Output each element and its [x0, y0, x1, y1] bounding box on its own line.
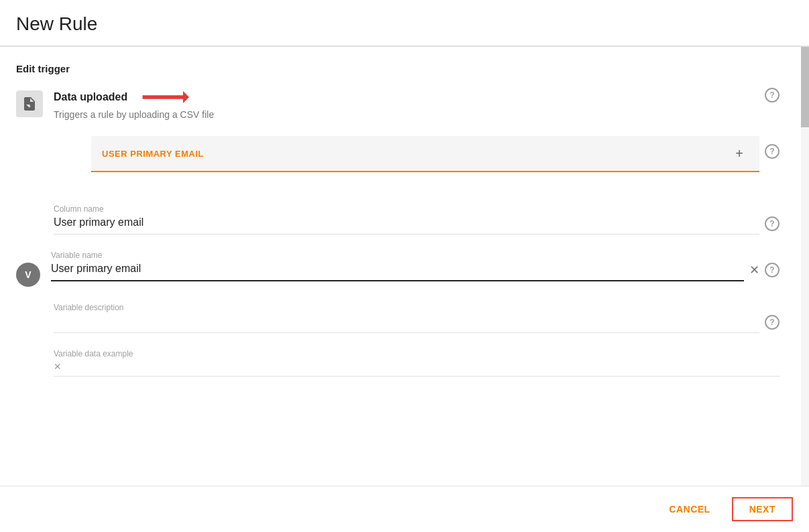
trigger-description: Triggers a rule by uploading a CSV file	[54, 109, 759, 120]
footer: CANCEL NEXT	[0, 486, 809, 532]
tab-help-icon[interactable]: ?	[765, 144, 780, 159]
variable-name-label: Variable name	[51, 251, 759, 260]
scrollbar-track[interactable]	[801, 47, 809, 486]
variable-name-input[interactable]	[51, 263, 744, 281]
tab-section: USER PRIMARY EMAIL +	[91, 136, 759, 172]
variable-avatar: V	[16, 263, 40, 287]
trigger-info: Data uploaded Triggers a rule by uploadi…	[54, 88, 759, 120]
variable-description-field: Variable description	[54, 303, 759, 333]
trigger-name: Data uploaded	[54, 91, 127, 103]
variable-data-example-field: Variable data example ✕	[54, 349, 780, 377]
column-name-value: User primary email	[54, 216, 759, 235]
data-upload-icon	[16, 90, 43, 117]
tab-add-button[interactable]: +	[730, 144, 749, 163]
arrow-annotation	[135, 88, 189, 107]
cancel-button[interactable]: CANCEL	[658, 498, 721, 520]
column-name-label: Column name	[54, 204, 759, 214]
trigger-help-icon[interactable]: ?	[765, 88, 780, 103]
section-title-edit-trigger: Edit trigger	[16, 63, 780, 74]
variable-data-example-label: Variable data example	[54, 349, 780, 358]
variable-name-clear-button[interactable]: ✕	[749, 263, 759, 281]
scrollbar-thumb[interactable]	[801, 47, 809, 127]
svg-marker-0	[143, 91, 189, 103]
page-title: New Rule	[0, 0, 809, 46]
variable-name-help-icon[interactable]: ?	[765, 263, 780, 277]
tab-label: USER PRIMARY EMAIL	[102, 149, 730, 159]
column-name-help-icon[interactable]: ?	[765, 216, 780, 231]
variable-description-label: Variable description	[54, 303, 759, 312]
variable-description-help-icon[interactable]: ?	[765, 315, 780, 330]
next-button[interactable]: NEXT	[732, 497, 793, 521]
column-name-field: Column name User primary email	[54, 204, 759, 235]
